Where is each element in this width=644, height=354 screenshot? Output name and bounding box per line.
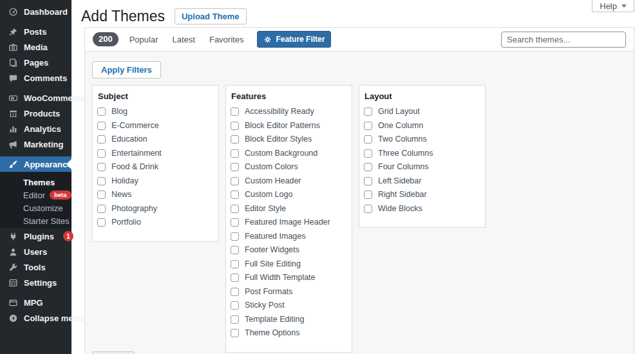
filter-checkbox[interactable] (231, 315, 239, 324)
filter-checkbox-row[interactable]: Featured Image Header (231, 218, 346, 227)
filter-checkbox-row[interactable]: One Column (364, 122, 480, 130)
sidebar-item[interactable]: Plugins 1 (0, 228, 71, 244)
sidebar-item[interactable]: Marketing (0, 136, 71, 152)
filter-checkbox-row[interactable]: Sticky Post (231, 301, 346, 310)
filter-checkbox[interactable] (97, 135, 106, 144)
filter-checkbox[interactable] (364, 191, 372, 199)
filter-checkbox-row[interactable]: Footer Widgets (231, 246, 346, 254)
filter-checkbox-row[interactable]: Four Columns (364, 163, 480, 171)
filter-link[interactable]: Popular (122, 35, 166, 44)
filter-checkbox-row[interactable]: Block Editor Patterns (231, 122, 346, 130)
filter-checkbox-row[interactable]: Featured Images (231, 232, 346, 241)
filter-checkbox-row[interactable]: Editor Style (231, 205, 346, 213)
help-dropdown[interactable]: Help (592, 0, 634, 12)
filter-checkbox[interactable] (364, 163, 372, 171)
sidebar-item[interactable]: WooCommerce (0, 90, 71, 106)
apply-filters-button-bottom[interactable] (92, 351, 135, 354)
filter-checkbox-row[interactable]: News (97, 191, 213, 199)
filter-checkbox[interactable] (231, 191, 239, 199)
sidebar-subitem[interactable]: Editor beta (0, 189, 71, 201)
filter-checkbox-row[interactable]: Three Columns (364, 149, 480, 158)
filter-checkbox-row[interactable]: Accessibility Ready (231, 107, 346, 116)
filter-checkbox-row[interactable]: Wide Blocks (364, 205, 480, 213)
sidebar-item[interactable]: Media (0, 39, 71, 55)
filter-checkbox-row[interactable]: Block Editor Styles (231, 135, 346, 144)
filter-link[interactable]: Latest (166, 35, 202, 44)
filter-checkbox[interactable] (231, 288, 239, 296)
sidebar-item[interactable]: Users (0, 244, 71, 259)
sidebar-subitem[interactable]: Starter Sites (0, 214, 71, 227)
upload-theme-button[interactable]: Upload Theme (175, 8, 247, 24)
filter-checkbox-row[interactable]: E-Commerce (97, 122, 213, 130)
sidebar-item[interactable]: Pages (0, 55, 71, 70)
filter-checkbox-row[interactable]: Holiday (97, 177, 213, 185)
sidebar-item-appearance[interactable]: Appearance (0, 156, 71, 172)
sidebar-item[interactable]: Analytics (0, 121, 71, 136)
feature-filter-button[interactable]: Feature Filter (257, 31, 331, 48)
filter-checkbox-row[interactable]: Food & Drink (97, 163, 213, 171)
filter-checkbox-row[interactable]: Two Columns (364, 135, 480, 144)
filter-checkbox[interactable] (231, 260, 239, 268)
filter-checkbox[interactable] (364, 177, 372, 185)
sidebar-item[interactable]: Products (0, 106, 71, 121)
filter-checkbox[interactable] (231, 274, 239, 282)
filter-link[interactable]: Favorites (202, 35, 251, 44)
filter-checkbox-row[interactable]: Grid Layout (364, 107, 480, 116)
filter-checkbox[interactable] (364, 149, 372, 158)
filter-checkbox-row[interactable]: Right Sidebar (364, 191, 480, 199)
filter-group-title: Subject (98, 91, 213, 102)
sidebar-item[interactable]: Tools (0, 259, 71, 275)
filter-checkbox-row[interactable]: Custom Header (231, 177, 346, 185)
filter-checkbox[interactable] (231, 246, 239, 254)
filter-checkbox-row[interactable]: Custom Logo (231, 191, 346, 199)
filter-checkbox-row[interactable]: Template Editing (231, 315, 346, 324)
filter-checkbox[interactable] (97, 122, 106, 130)
filter-checkbox[interactable] (97, 163, 106, 171)
filter-checkbox-row[interactable]: Post Formats (231, 288, 346, 296)
filter-checkbox[interactable] (231, 177, 239, 185)
filter-checkbox[interactable] (97, 218, 106, 227)
sidebar-item[interactable]: Comments (0, 70, 71, 86)
filter-checkbox[interactable] (231, 301, 239, 310)
filter-checkbox[interactable] (97, 205, 106, 213)
filter-checkbox-row[interactable]: Left Sidebar (364, 177, 480, 185)
sidebar-item[interactable]: Posts (0, 24, 71, 39)
filter-checkbox-row[interactable]: Education (97, 135, 213, 144)
filter-checkbox-row[interactable]: Blog (97, 107, 213, 116)
filter-checkbox[interactable] (231, 232, 239, 241)
filter-checkbox-row[interactable]: Entertainment (97, 149, 213, 158)
filter-checkbox-row[interactable]: Photography (97, 205, 213, 213)
sidebar-subitem[interactable]: Customize (0, 201, 71, 214)
filter-checkbox[interactable] (97, 107, 106, 116)
filter-checkbox-row[interactable]: Full Site Editing (231, 260, 346, 268)
filter-checkbox[interactable] (364, 135, 372, 144)
filter-checkbox[interactable] (97, 149, 106, 158)
sidebar-item[interactable]: Dashboard (0, 4, 71, 19)
sidebar-subitem[interactable]: Themes (0, 176, 71, 189)
filter-checkbox[interactable] (231, 205, 239, 213)
filter-checkbox[interactable] (97, 191, 106, 199)
filter-checkbox-row[interactable]: Theme Options (231, 329, 346, 337)
filter-checkbox-row[interactable]: Full Width Template (231, 274, 346, 282)
filter-checkbox[interactable] (231, 122, 239, 130)
search-input[interactable] (501, 32, 626, 48)
filter-checkbox[interactable] (231, 329, 239, 337)
sidebar-item[interactable]: Settings (0, 275, 71, 290)
filter-checkbox[interactable] (231, 163, 239, 171)
filter-checkbox[interactable] (231, 218, 239, 227)
filter-checkbox[interactable] (231, 135, 239, 144)
filter-checkbox[interactable] (364, 107, 372, 116)
sidebar-item[interactable]: MPG (0, 295, 71, 310)
filter-checkbox[interactable] (231, 149, 239, 158)
filter-checkbox[interactable] (364, 205, 372, 213)
filter-checkbox-row[interactable]: Custom Colors (231, 163, 346, 171)
filter-checkbox[interactable] (97, 177, 106, 185)
apply-filters-button[interactable]: Apply Filters (92, 61, 161, 79)
theme-count-badge: 200 (93, 32, 118, 46)
filter-checkbox[interactable] (231, 107, 239, 116)
page-header: Add Themes Upload Theme (71, 0, 644, 27)
filter-checkbox-row[interactable]: Custom Background (231, 149, 346, 158)
collapse-menu-button[interactable]: Collapse menu (0, 310, 71, 326)
filter-checkbox-row[interactable]: Portfolio (97, 218, 213, 227)
filter-checkbox[interactable] (364, 122, 372, 130)
